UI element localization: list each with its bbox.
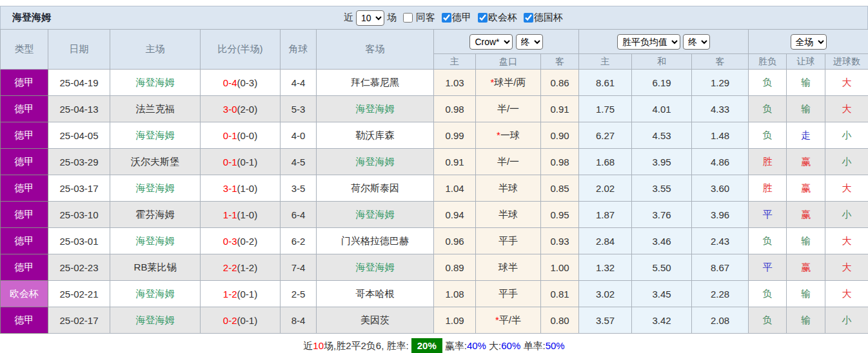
match-date-cell: 25-03-10 bbox=[48, 202, 110, 228]
conference-checkbox[interactable] bbox=[478, 13, 488, 23]
corner-cell: 6-2 bbox=[281, 228, 317, 254]
handicap-result-cell: 赢 bbox=[787, 175, 825, 202]
corner-cell: 4-5 bbox=[281, 149, 317, 175]
average-time-select[interactable]: 终 bbox=[683, 34, 710, 50]
home-team-cell: 沃尔夫斯堡 bbox=[110, 149, 201, 175]
bundesliga-label: 德甲 bbox=[452, 12, 471, 24]
handicap-result-cell: 输 bbox=[787, 228, 825, 254]
handicap-cell: 半球 bbox=[476, 202, 541, 228]
score-cell: 0-4(0-3) bbox=[201, 70, 281, 96]
avg-home-odds-cell: 1.68 bbox=[579, 149, 632, 175]
handicap-result-cell: 输 bbox=[787, 96, 825, 122]
avg-draw-odds-cell: 3.95 bbox=[632, 149, 692, 175]
fulltime-score: 0-2 bbox=[223, 315, 237, 326]
fulltime-score: 0-1 bbox=[223, 130, 237, 141]
crow-home-odds-cell: 0.89 bbox=[434, 254, 476, 281]
fulltime-score: 3-0 bbox=[223, 104, 237, 115]
avg-away-odds-cell: 1.48 bbox=[692, 122, 749, 149]
title-bar: 海登海姆 近 10 场 同客 德甲 欧会杯 德国杯 bbox=[0, 6, 868, 29]
crow-away-odds-cell: 0.85 bbox=[541, 175, 579, 202]
crow-home-odds-cell: 1.09 bbox=[434, 307, 476, 334]
league-type-cell: 德甲 bbox=[1, 96, 48, 122]
avg-home-odds-cell: 3.02 bbox=[579, 281, 632, 307]
odds-provider-select[interactable]: Crow* bbox=[469, 34, 513, 50]
halftime-score: (0-1) bbox=[237, 315, 258, 326]
result-cell: 负 bbox=[749, 70, 787, 96]
match-row: 德甲25-04-13法兰克福3-0(2-0)5-3海登海姆0.98半/一0.91… bbox=[1, 96, 868, 122]
corner-cell: 8-4 bbox=[281, 307, 317, 334]
match-row: 德甲25-03-17海登海姆3-1(1-0)3-5荷尔斯泰因1.04半球0.85… bbox=[1, 175, 868, 202]
dfb-pokal-checkbox[interactable] bbox=[524, 13, 533, 23]
match-date-cell: 25-04-13 bbox=[48, 96, 110, 122]
away-team-cell: 拜仁慕尼黑 bbox=[317, 70, 434, 96]
sub-header-handicap: 盘口 bbox=[476, 54, 541, 70]
fulltime-score: 2-2 bbox=[223, 262, 237, 273]
avg-away-odds-cell: 3.60 bbox=[692, 175, 749, 202]
recent-label: 近 bbox=[344, 12, 353, 24]
score-cell: 1-1(1-0) bbox=[201, 202, 281, 228]
conference-label: 欧会杯 bbox=[488, 12, 517, 24]
handicap-cell: 球半 bbox=[476, 254, 541, 281]
recent-count-select[interactable]: 10 bbox=[356, 10, 384, 26]
crow-home-odds-cell: 0.96 bbox=[434, 228, 476, 254]
crow-away-odds-cell: 1.00 bbox=[541, 254, 579, 281]
average-type-select[interactable]: 胜平负均值 bbox=[617, 34, 680, 50]
league-filter-conference: 欧会杯 bbox=[474, 12, 517, 24]
avg-away-odds-cell: 2.28 bbox=[692, 281, 749, 307]
goals-result-cell: 大 bbox=[825, 228, 868, 254]
match-date-cell: 25-03-01 bbox=[48, 228, 110, 254]
handicap-result-cell: 输 bbox=[787, 70, 825, 96]
avg-draw-odds-cell: 4.01 bbox=[632, 96, 692, 122]
win-rate-badge: 20% bbox=[411, 338, 442, 353]
score-cell: 0-3(0-2) bbox=[201, 228, 281, 254]
avg-home-odds-cell: 1.75 bbox=[579, 96, 632, 122]
home-team-cell: 海登海姆 bbox=[110, 307, 201, 334]
score-cell: 0-1(0-0) bbox=[201, 122, 281, 149]
corner-cell: 5-3 bbox=[281, 96, 317, 122]
handicap-cell: 平手 bbox=[476, 228, 541, 254]
summary-text: 60% bbox=[501, 340, 520, 351]
result-cell: 负 bbox=[749, 96, 787, 122]
goals-result-cell: 大 bbox=[825, 70, 868, 96]
result-cell: 负 bbox=[749, 307, 787, 334]
crow-away-odds-cell: 0.80 bbox=[541, 307, 579, 334]
handicap-cell: *一球 bbox=[476, 122, 541, 149]
result-cell: 负 bbox=[749, 122, 787, 149]
halftime-score: (1-0) bbox=[237, 183, 258, 194]
halftime-score: (1-0) bbox=[237, 209, 258, 220]
corner-cell: 2-5 bbox=[281, 281, 317, 307]
summary-footer: 近10场,胜2平2负6, 胜率:20%赢率:40% 大:60% 单率:50% bbox=[0, 334, 868, 353]
summary-text: 50% bbox=[546, 340, 565, 351]
result-cell: 胜 bbox=[749, 149, 787, 175]
summary-text: 40% bbox=[467, 340, 486, 351]
avg-away-odds-cell: 2.08 bbox=[692, 307, 749, 334]
page-title: 海登海姆 bbox=[1, 12, 51, 24]
period-select[interactable]: 全场 bbox=[791, 34, 827, 50]
match-date-cell: 25-02-21 bbox=[48, 281, 110, 307]
away-team-cell: 哥本哈根 bbox=[317, 281, 434, 307]
same-venue-checkbox[interactable] bbox=[403, 13, 413, 23]
score-cell: 1-2(0-1) bbox=[201, 281, 281, 307]
col-header-corner: 角球 bbox=[281, 30, 317, 70]
handicap-cell: *平/半 bbox=[476, 307, 541, 334]
crow-away-odds-cell: 0.81 bbox=[541, 281, 579, 307]
summary-text: 近 bbox=[303, 340, 313, 351]
home-team-cell: RB莱比锡 bbox=[110, 254, 201, 281]
match-table-body: 德甲25-04-19海登海姆0-4(0-3)4-4拜仁慕尼黑1.03*球半/两0… bbox=[1, 70, 868, 334]
goals-result-cell: 小 bbox=[825, 202, 868, 228]
odds-group-fulltime: 全场 bbox=[749, 30, 868, 54]
crow-away-odds-cell: 0.93 bbox=[541, 228, 579, 254]
summary-text: 单率: bbox=[520, 340, 545, 351]
halftime-score: (0-3) bbox=[237, 77, 258, 88]
avg-home-odds-cell: 1.32 bbox=[579, 254, 632, 281]
crow-odds-time-select[interactable]: 终 bbox=[516, 34, 543, 50]
bundesliga-checkbox[interactable] bbox=[442, 13, 451, 23]
corner-cell: 4-0 bbox=[281, 122, 317, 149]
home-team-cell: 海登海姆 bbox=[110, 70, 201, 96]
halftime-score: (0-1) bbox=[237, 289, 258, 300]
away-team-cell: 勒沃库森 bbox=[317, 122, 434, 149]
goals-result-cell: 大 bbox=[825, 281, 868, 307]
corner-cell: 3-5 bbox=[281, 175, 317, 202]
crow-away-odds-cell: 0.98 bbox=[541, 149, 579, 175]
match-date-cell: 25-02-17 bbox=[48, 307, 110, 334]
